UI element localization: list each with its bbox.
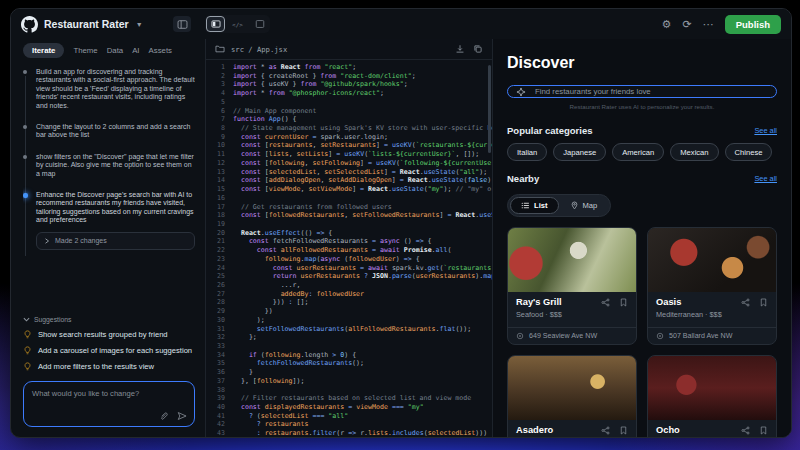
category-chip[interactable]: Japanese: [553, 143, 606, 161]
github-logo-icon: [21, 16, 38, 33]
restaurant-card[interactable]: Asadero: [507, 355, 637, 437]
location-pin-icon: [656, 332, 664, 340]
sidebar-tab[interactable]: Iterate: [23, 43, 64, 58]
code-view-button[interactable]: </>: [228, 16, 247, 32]
lightbulb-icon: [23, 330, 32, 339]
bookmark-icon[interactable]: [619, 426, 628, 435]
sidebar-tab[interactable]: AI: [132, 43, 139, 58]
code-line: 23 following.map(async (followedUser) =>…: [206, 255, 492, 264]
composer-input[interactable]: [30, 387, 188, 412]
code-line: 42 ? restaurants: [206, 420, 492, 429]
send-icon[interactable]: [177, 411, 187, 421]
sidebar-tab[interactable]: Theme: [73, 43, 97, 58]
restaurant-card[interactable]: Ocho: [647, 355, 777, 437]
code-line: 12 const [following, setFollowing] = use…: [206, 159, 492, 168]
code-line: 5: [206, 98, 492, 107]
restaurant-address: 507 Ballard Ave NW: [669, 332, 732, 340]
code-editor[interactable]: 1import * as React from "react"; 2import…: [206, 60, 492, 437]
code-line: 31 setFollowedRestaurants(allFollowedRes…: [206, 325, 492, 334]
bookmark-icon[interactable]: [619, 298, 628, 307]
list-map-toggle: List Map: [507, 194, 611, 217]
code-line: 25 return userRestaurants ? JSON.parse(u…: [206, 272, 492, 281]
nearby-see-all-link[interactable]: See all: [754, 174, 777, 183]
code-line: 9 const currentUser = spark.user.login;: [206, 133, 492, 142]
popular-see-all-link[interactable]: See all: [754, 126, 777, 135]
restaurant-name: Ocho: [656, 425, 741, 435]
suggestion-item[interactable]: Add more filters to the results view: [23, 362, 195, 371]
chat-message: Build an app for discovering and trackin…: [36, 68, 195, 110]
restaurant-photo: [508, 356, 636, 420]
suggestions-header[interactable]: Suggestions: [23, 316, 195, 323]
preview-view-button[interactable]: [206, 16, 225, 32]
code-line: 6// Main App component: [206, 107, 492, 116]
category-chip[interactable]: Italian: [507, 143, 547, 161]
map-view-option[interactable]: Map: [559, 197, 609, 214]
suggestion-item[interactable]: Show search results grouped by friend: [23, 330, 195, 339]
code-line: 35 fetchFollowedRestaurants();: [206, 359, 492, 368]
chevron-down-icon[interactable]: ▼: [136, 21, 143, 28]
code-line: 2import { createRoot } from "react-dom/c…: [206, 72, 492, 81]
list-view-option[interactable]: List: [510, 197, 559, 214]
attachment-paperclip-icon[interactable]: [159, 411, 169, 421]
restaurant-name: Ray's Grill: [516, 297, 601, 307]
category-chip[interactable]: Chinese: [725, 143, 773, 161]
nearby-title: Nearby: [507, 173, 539, 184]
ai-search-box[interactable]: [507, 85, 777, 98]
chat-message-active: Enhance the Discover page's search bar w…: [36, 191, 195, 250]
download-icon[interactable]: [455, 44, 465, 54]
lightbulb-icon: [23, 362, 32, 371]
restaurant-photo: [648, 356, 776, 420]
sidebar-tab[interactable]: Assets: [149, 43, 172, 58]
code-line: 11 const [lists, setLists] = useKV(`list…: [206, 150, 492, 159]
share-icon[interactable]: [601, 298, 610, 307]
code-line: 16: [206, 194, 492, 203]
made-changes-expander[interactable]: Made 2 changes: [36, 232, 195, 250]
code-line: 27 addedBy: followedUser: [206, 290, 492, 299]
settings-gear-icon[interactable]: ⚙: [662, 19, 672, 30]
suggestion-item[interactable]: Add a carousel of images for each sugges…: [23, 346, 195, 355]
category-chip[interactable]: Mexican: [670, 143, 718, 161]
copy-icon[interactable]: [473, 44, 483, 54]
code-line: 7function App() {: [206, 115, 492, 124]
file-path: src / App.jsx: [231, 45, 287, 54]
search-input[interactable]: [533, 86, 768, 97]
code-line: 43 : restaurants.filter(r => r.lists.inc…: [206, 429, 492, 437]
code-line: 22 const allFollowedRestaurants = await …: [206, 246, 492, 255]
code-line: 4import * from "@phosphor-icons/react";: [206, 89, 492, 98]
code-line: 28 })) : [];: [206, 298, 492, 307]
bookmark-icon[interactable]: [759, 298, 768, 307]
code-line: 34 if (following.length > 0) {: [206, 351, 492, 360]
editor-header-actions: [455, 44, 483, 54]
bookmark-icon[interactable]: [759, 426, 768, 435]
restaurant-card[interactable]: Ray's Grill Seafood · $$$ 649 Seaview Av…: [507, 227, 637, 345]
overflow-menu-icon[interactable]: ⋯: [703, 19, 714, 30]
restaurant-card[interactable]: Oasis Mediterranean · $$$ 507 Ballard Av…: [647, 227, 777, 345]
code-line: 13 const [selectedList, setSelectedList]…: [206, 168, 492, 177]
publish-button[interactable]: Publish: [725, 15, 781, 34]
spark-app-window: Restaurant Rater ▼ </> ⚙ ⟳ ⋯ Publish: [10, 8, 792, 438]
code-line: 18 const [followedRestaurants, setFollow…: [206, 211, 492, 220]
category-chip[interactable]: American: [612, 143, 664, 161]
code-line: 33: [206, 342, 492, 351]
sidebar-tab[interactable]: Data: [107, 43, 123, 58]
panel-row: Iterate Theme Data AI Assets Build an ap…: [11, 39, 791, 437]
share-icon[interactable]: [601, 426, 610, 435]
sparkle-ai-icon: [516, 87, 526, 97]
map-pin-icon: [570, 201, 579, 210]
restaurant-photo: [648, 228, 776, 292]
share-icon[interactable]: [741, 426, 750, 435]
timeline-line: [25, 76, 26, 256]
sidebar-toggle-icon[interactable]: [173, 16, 191, 32]
split-view-button[interactable]: [250, 16, 269, 32]
code-line: 38: [206, 386, 492, 395]
chat-message: show filters on the "Discover" page that…: [36, 153, 195, 178]
code-line: 20 React.useEffect(() => {: [206, 229, 492, 238]
code-line: 24 const userRestaurants = await spark.k…: [206, 264, 492, 273]
suggestions-list: Show search results grouped by friend Ad…: [23, 330, 195, 378]
editor-scrollbar-thumb[interactable]: [488, 65, 491, 153]
history-refresh-icon[interactable]: ⟳: [682, 19, 691, 30]
titlebar-right: ⚙ ⟳ ⋯ Publish: [662, 15, 781, 34]
share-icon[interactable]: [741, 298, 750, 307]
code-line: 29 }): [206, 307, 492, 316]
popular-categories-header: Popular categories See all: [507, 125, 777, 136]
